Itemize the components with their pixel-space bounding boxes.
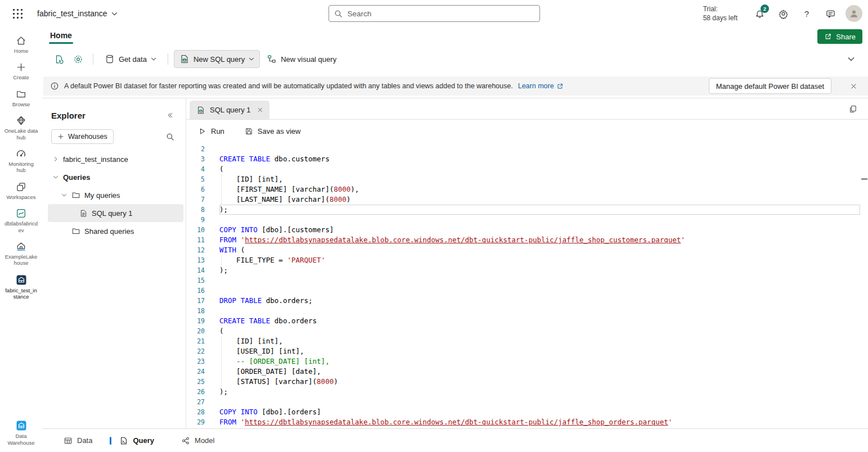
nav-item-home[interactable]: Home <box>0 31 42 58</box>
line-code: [FIRST_NAME] [varchar](8000), <box>219 184 860 195</box>
tree-item-shared-queries[interactable]: Shared queries <box>48 222 183 240</box>
copy-button[interactable] <box>844 101 861 117</box>
settings-button[interactable] <box>773 4 793 23</box>
nav-item-examplelakehouse[interactable]: ExampleLakehouse <box>0 237 42 270</box>
workspace-switcher[interactable]: fabric_test_instance <box>33 6 122 21</box>
nav-item-browse[interactable]: Browse <box>0 85 42 111</box>
app-launcher-button[interactable] <box>7 3 28 24</box>
code-line[interactable]: 10COPY INTO [dbo].[customers] <box>186 225 868 235</box>
save-as-view-button[interactable]: Save as view <box>240 123 306 139</box>
tree-item-warehouse[interactable]: fabric_test_instance <box>48 150 183 168</box>
bottom-view-switcher: Data Query Model <box>42 428 868 452</box>
code-line[interactable]: 3CREATE TABLE dbo.customers <box>186 154 868 164</box>
code-line[interactable]: 6 [FIRST_NAME] [varchar](8000), <box>186 184 868 195</box>
code-line[interactable]: 15 <box>186 275 868 286</box>
code-line[interactable]: 19CREATE TABLE dbo.orders <box>186 316 868 326</box>
user-avatar[interactable] <box>845 5 862 22</box>
nav-item-fabric-test-instance[interactable]: fabric_test_instance <box>0 270 42 304</box>
code-line[interactable]: 26); <box>186 387 868 397</box>
query-toolbar: Run Save as view <box>186 120 868 142</box>
editor-scrollbar[interactable] <box>861 142 868 428</box>
tree-item-sql-query-1[interactable]: SQL query 1 <box>48 204 183 222</box>
nav-item-dbtlabsfabricdev[interactable]: dbtlabsfabricdev <box>0 204 42 237</box>
notifications-button[interactable]: 2 <box>750 4 769 23</box>
nav-item-label: Monitoring hub <box>5 161 38 174</box>
nav-item-workspaces[interactable]: Workspaces <box>0 178 42 204</box>
line-code: [ORDER_DATE] [date], <box>219 367 860 377</box>
line-code: FROM 'https://dbtlabsynapsedatalake.blob… <box>219 235 860 245</box>
top-app-bar: fabric_test_instance Trial: 58 days left… <box>0 0 868 27</box>
explorer-collapse-button[interactable] <box>162 107 178 123</box>
nav-item-label: OneLake data hub <box>5 128 38 141</box>
close-icon <box>850 83 857 90</box>
nav-item-data-warehouse[interactable]: Data Warehouse <box>0 416 42 450</box>
view-tab-data[interactable]: Data <box>60 436 96 446</box>
sql-code-editor[interactable]: 23CREATE TABLE dbo.customers4(5 [ID] [in… <box>186 142 868 428</box>
help-icon: ? <box>804 9 809 19</box>
code-line[interactable]: 8); <box>186 205 868 215</box>
tree-item-queries[interactable]: Queries <box>48 168 183 186</box>
banner-close-button[interactable] <box>845 78 861 94</box>
code-line[interactable]: 7 [LAST_NAME] [varchar](8000) <box>186 195 868 205</box>
code-line[interactable]: 25 [STATUS] [varchar](8000) <box>186 377 868 387</box>
toolbar-collapse-button[interactable] <box>842 50 860 68</box>
share-icon <box>824 33 832 40</box>
tab-home[interactable]: Home <box>48 28 74 45</box>
line-number: 8 <box>186 205 205 215</box>
toolbar-settings-button[interactable] <box>69 50 87 68</box>
nav-item-create[interactable]: Create <box>0 58 42 84</box>
code-line[interactable]: 4( <box>186 164 868 174</box>
new-sql-query-button[interactable]: New SQL query <box>174 50 260 68</box>
new-item-button[interactable] <box>50 50 68 68</box>
nav-item-monitoring-hub[interactable]: Monitoring hub <box>0 144 42 178</box>
manage-default-dataset-button[interactable]: Manage default Power BI dataset <box>709 78 831 94</box>
line-code: [USER_ID] [int], <box>219 346 860 356</box>
code-line[interactable]: 29FROM 'https://dbtlabsynapsedatalake.bl… <box>186 417 868 427</box>
info-icon <box>50 82 59 91</box>
tab-close-button[interactable] <box>255 105 265 115</box>
add-warehouses-button[interactable]: Warehouses <box>51 129 114 144</box>
code-line[interactable]: 12WITH ( <box>186 245 868 255</box>
code-line[interactable]: 23 -- [ORDER_DATE] [int], <box>186 356 868 367</box>
code-line[interactable]: 28COPY INTO [dbo].[orders] <box>186 407 868 417</box>
search-input[interactable] <box>347 9 534 19</box>
tree-item-my-queries[interactable]: My queries <box>48 186 183 204</box>
code-line[interactable]: 22 [USER_ID] [int], <box>186 346 868 356</box>
code-line[interactable]: 11FROM 'https://dbtlabsynapsedatalake.bl… <box>186 235 868 245</box>
line-number: 25 <box>186 377 205 387</box>
line-number: 9 <box>186 215 205 225</box>
code-line[interactable]: 2 <box>186 144 868 154</box>
feedback-button[interactable] <box>821 4 840 23</box>
tab-sql-query-1[interactable]: SQL query 1 <box>190 101 269 119</box>
share-button-label: Share <box>836 33 856 41</box>
code-line[interactable]: 17DROP TABLE dbo.orders; <box>186 296 868 306</box>
view-tab-query[interactable]: Query <box>116 436 158 446</box>
code-line[interactable]: 24 [ORDER_DATE] [date], <box>186 367 868 377</box>
nav-item-onelake-data-hub[interactable]: OneLake data hub <box>0 111 42 144</box>
view-tab-model[interactable]: Model <box>178 436 218 446</box>
new-visual-query-button[interactable]: New visual query <box>261 50 342 68</box>
code-line[interactable]: 21 [ID] [int], <box>186 336 868 346</box>
code-line[interactable]: 5 [ID] [int], <box>186 174 868 184</box>
learn-more-link[interactable]: Learn more <box>518 82 564 90</box>
code-line[interactable]: 9 <box>186 215 868 225</box>
get-data-button[interactable]: Get data <box>99 50 162 68</box>
explorer-search-button[interactable] <box>162 129 178 144</box>
code-line[interactable]: 14); <box>186 265 868 275</box>
toolbar-divider <box>168 53 168 65</box>
code-line[interactable]: 13 FILE_TYPE = 'PARQUET' <box>186 255 868 265</box>
code-line[interactable]: 16 <box>186 286 868 296</box>
copy-icon <box>848 105 857 114</box>
code-line[interactable]: 27 <box>186 397 868 407</box>
help-button[interactable]: ? <box>797 4 816 23</box>
code-line[interactable]: 20( <box>186 326 868 336</box>
chevron-down-icon <box>151 57 156 61</box>
code-line[interactable]: 18 <box>186 306 868 316</box>
run-button[interactable]: Run <box>193 123 230 139</box>
line-number: 10 <box>186 225 205 235</box>
info-banner: A default Power BI dataset for faster re… <box>43 76 868 96</box>
line-code: -- [ORDER_DATE] [int], <box>219 356 860 367</box>
share-button[interactable]: Share <box>817 29 862 44</box>
new-sql-query-label: New SQL query <box>194 55 245 64</box>
get-data-label: Get data <box>119 55 147 64</box>
